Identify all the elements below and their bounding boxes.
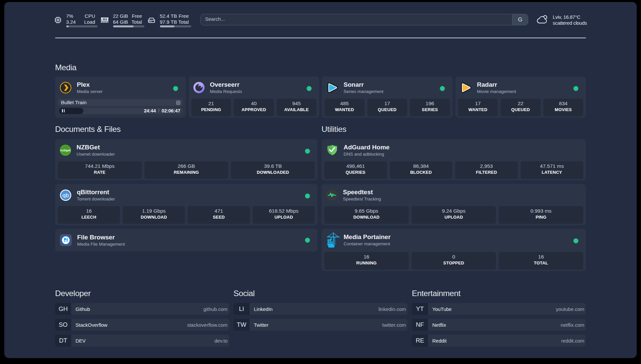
- svg-text:nzbget: nzbget: [60, 148, 71, 152]
- svg-text:qb: qb: [63, 192, 69, 198]
